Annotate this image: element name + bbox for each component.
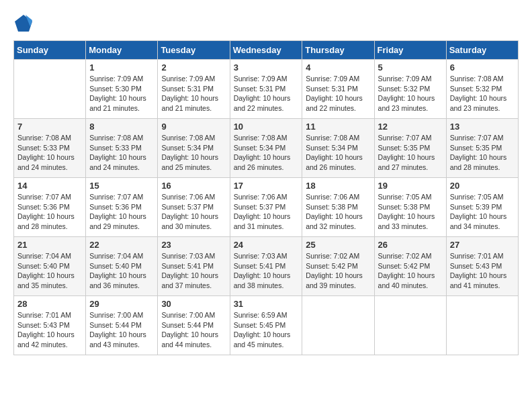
calendar-cell: 21Sunrise: 7:04 AM Sunset: 5:40 PM Dayli… <box>14 237 86 296</box>
day-info: Sunrise: 7:08 AM Sunset: 5:34 PM Dayligh… <box>234 133 299 173</box>
column-header-friday: Friday <box>374 41 446 60</box>
calendar-cell: 4Sunrise: 7:09 AM Sunset: 5:31 PM Daylig… <box>302 60 374 119</box>
day-number: 19 <box>378 181 443 191</box>
calendar-cell <box>302 296 374 355</box>
calendar-cell: 20Sunrise: 7:05 AM Sunset: 5:39 PM Dayli… <box>446 178 518 237</box>
day-number: 26 <box>378 240 443 250</box>
day-info: Sunrise: 7:09 AM Sunset: 5:31 PM Dayligh… <box>306 74 370 113</box>
day-number: 15 <box>89 181 154 191</box>
day-number: 18 <box>306 181 370 191</box>
day-number: 3 <box>234 62 299 73</box>
calendar-cell: 19Sunrise: 7:05 AM Sunset: 5:38 PM Dayli… <box>374 178 446 237</box>
calendar-cell: 9Sunrise: 7:08 AM Sunset: 5:34 PM Daylig… <box>158 119 230 178</box>
calendar-cell: 12Sunrise: 7:07 AM Sunset: 5:35 PM Dayli… <box>374 119 446 178</box>
day-info: Sunrise: 7:00 AM Sunset: 5:44 PM Dayligh… <box>161 310 226 350</box>
day-number: 14 <box>17 181 82 191</box>
day-number: 24 <box>234 240 299 250</box>
calendar-table: SundayMondayTuesdayWednesdayThursdayFrid… <box>13 40 519 355</box>
day-info: Sunrise: 7:07 AM Sunset: 5:35 PM Dayligh… <box>378 133 443 173</box>
calendar-cell: 30Sunrise: 7:00 AM Sunset: 5:44 PM Dayli… <box>158 296 230 355</box>
page-header <box>13 13 519 34</box>
calendar-cell <box>374 296 446 355</box>
calendar-cell: 26Sunrise: 7:02 AM Sunset: 5:42 PM Dayli… <box>374 237 446 296</box>
day-number: 4 <box>306 62 370 73</box>
day-info: Sunrise: 7:08 AM Sunset: 5:34 PM Dayligh… <box>306 133 370 173</box>
calendar-cell: 31Sunrise: 6:59 AM Sunset: 5:45 PM Dayli… <box>230 296 302 355</box>
day-number: 13 <box>450 122 515 132</box>
calendar-cell: 6Sunrise: 7:08 AM Sunset: 5:32 PM Daylig… <box>446 60 518 119</box>
day-info: Sunrise: 7:05 AM Sunset: 5:38 PM Dayligh… <box>378 192 443 232</box>
calendar-cell: 8Sunrise: 7:08 AM Sunset: 5:33 PM Daylig… <box>86 119 158 178</box>
day-number: 9 <box>161 122 226 132</box>
day-info: Sunrise: 7:02 AM Sunset: 5:42 PM Dayligh… <box>378 251 443 291</box>
day-number: 2 <box>161 62 226 73</box>
calendar-cell: 28Sunrise: 7:01 AM Sunset: 5:43 PM Dayli… <box>14 296 86 355</box>
column-header-thursday: Thursday <box>302 41 374 60</box>
calendar-cell: 3Sunrise: 7:09 AM Sunset: 5:31 PM Daylig… <box>230 60 302 119</box>
day-number: 5 <box>378 62 443 73</box>
calendar-cell: 14Sunrise: 7:07 AM Sunset: 5:36 PM Dayli… <box>14 178 86 237</box>
day-info: Sunrise: 7:03 AM Sunset: 5:41 PM Dayligh… <box>234 251 299 291</box>
day-info: Sunrise: 7:09 AM Sunset: 5:31 PM Dayligh… <box>234 74 299 113</box>
column-header-monday: Monday <box>86 41 158 60</box>
day-info: Sunrise: 7:07 AM Sunset: 5:36 PM Dayligh… <box>17 192 82 232</box>
day-number: 11 <box>306 122 370 132</box>
day-info: Sunrise: 7:07 AM Sunset: 5:36 PM Dayligh… <box>89 192 154 232</box>
day-number: 1 <box>89 62 154 73</box>
day-number: 21 <box>17 240 82 250</box>
day-info: Sunrise: 7:09 AM Sunset: 5:31 PM Dayligh… <box>161 74 226 113</box>
week-row-5: 28Sunrise: 7:01 AM Sunset: 5:43 PM Dayli… <box>14 296 519 355</box>
logo-icon <box>13 13 34 34</box>
calendar-cell: 29Sunrise: 7:00 AM Sunset: 5:44 PM Dayli… <box>86 296 158 355</box>
day-info: Sunrise: 6:59 AM Sunset: 5:45 PM Dayligh… <box>234 310 299 350</box>
header-row: SundayMondayTuesdayWednesdayThursdayFrid… <box>14 41 519 60</box>
day-info: Sunrise: 7:08 AM Sunset: 5:33 PM Dayligh… <box>89 133 154 173</box>
week-row-3: 14Sunrise: 7:07 AM Sunset: 5:36 PM Dayli… <box>14 178 519 237</box>
day-info: Sunrise: 7:06 AM Sunset: 5:38 PM Dayligh… <box>306 192 370 232</box>
day-info: Sunrise: 7:09 AM Sunset: 5:30 PM Dayligh… <box>89 74 154 113</box>
calendar-cell: 1Sunrise: 7:09 AM Sunset: 5:30 PM Daylig… <box>86 60 158 119</box>
day-info: Sunrise: 7:05 AM Sunset: 5:39 PM Dayligh… <box>450 192 515 232</box>
calendar-cell: 5Sunrise: 7:09 AM Sunset: 5:32 PM Daylig… <box>374 60 446 119</box>
day-number: 6 <box>450 62 515 73</box>
day-info: Sunrise: 7:01 AM Sunset: 5:43 PM Dayligh… <box>17 310 82 350</box>
calendar-cell: 25Sunrise: 7:02 AM Sunset: 5:42 PM Dayli… <box>302 237 374 296</box>
day-number: 17 <box>234 181 299 191</box>
calendar-cell: 11Sunrise: 7:08 AM Sunset: 5:34 PM Dayli… <box>302 119 374 178</box>
day-info: Sunrise: 7:09 AM Sunset: 5:32 PM Dayligh… <box>378 74 443 113</box>
calendar-cell: 22Sunrise: 7:04 AM Sunset: 5:40 PM Dayli… <box>86 237 158 296</box>
calendar-cell: 2Sunrise: 7:09 AM Sunset: 5:31 PM Daylig… <box>158 60 230 119</box>
day-number: 29 <box>89 299 154 309</box>
day-number: 10 <box>234 122 299 132</box>
calendar-cell: 23Sunrise: 7:03 AM Sunset: 5:41 PM Dayli… <box>158 237 230 296</box>
calendar-cell: 10Sunrise: 7:08 AM Sunset: 5:34 PM Dayli… <box>230 119 302 178</box>
calendar-cell: 16Sunrise: 7:06 AM Sunset: 5:37 PM Dayli… <box>158 178 230 237</box>
week-row-2: 7Sunrise: 7:08 AM Sunset: 5:33 PM Daylig… <box>14 119 519 178</box>
day-info: Sunrise: 7:04 AM Sunset: 5:40 PM Dayligh… <box>89 251 154 291</box>
column-header-wednesday: Wednesday <box>230 41 302 60</box>
calendar-cell: 27Sunrise: 7:01 AM Sunset: 5:43 PM Dayli… <box>446 237 518 296</box>
day-info: Sunrise: 7:01 AM Sunset: 5:43 PM Dayligh… <box>450 251 515 291</box>
day-number: 31 <box>234 299 299 309</box>
day-info: Sunrise: 7:03 AM Sunset: 5:41 PM Dayligh… <box>161 251 226 291</box>
day-info: Sunrise: 7:00 AM Sunset: 5:44 PM Dayligh… <box>89 310 154 350</box>
week-row-4: 21Sunrise: 7:04 AM Sunset: 5:40 PM Dayli… <box>14 237 519 296</box>
logo <box>13 13 36 34</box>
day-number: 23 <box>161 240 226 250</box>
week-row-1: 1Sunrise: 7:09 AM Sunset: 5:30 PM Daylig… <box>14 60 519 119</box>
day-info: Sunrise: 7:06 AM Sunset: 5:37 PM Dayligh… <box>234 192 299 232</box>
day-info: Sunrise: 7:06 AM Sunset: 5:37 PM Dayligh… <box>161 192 226 232</box>
calendar-cell: 15Sunrise: 7:07 AM Sunset: 5:36 PM Dayli… <box>86 178 158 237</box>
day-number: 8 <box>89 122 154 132</box>
day-info: Sunrise: 7:08 AM Sunset: 5:33 PM Dayligh… <box>17 133 82 173</box>
calendar-cell: 24Sunrise: 7:03 AM Sunset: 5:41 PM Dayli… <box>230 237 302 296</box>
day-number: 20 <box>450 181 515 191</box>
day-info: Sunrise: 7:02 AM Sunset: 5:42 PM Dayligh… <box>306 251 370 291</box>
calendar-cell: 7Sunrise: 7:08 AM Sunset: 5:33 PM Daylig… <box>14 119 86 178</box>
calendar-cell <box>14 60 86 119</box>
day-number: 25 <box>306 240 370 250</box>
calendar-cell: 17Sunrise: 7:06 AM Sunset: 5:37 PM Dayli… <box>230 178 302 237</box>
column-header-saturday: Saturday <box>446 41 518 60</box>
day-number: 7 <box>17 122 82 132</box>
day-info: Sunrise: 7:04 AM Sunset: 5:40 PM Dayligh… <box>17 251 82 291</box>
